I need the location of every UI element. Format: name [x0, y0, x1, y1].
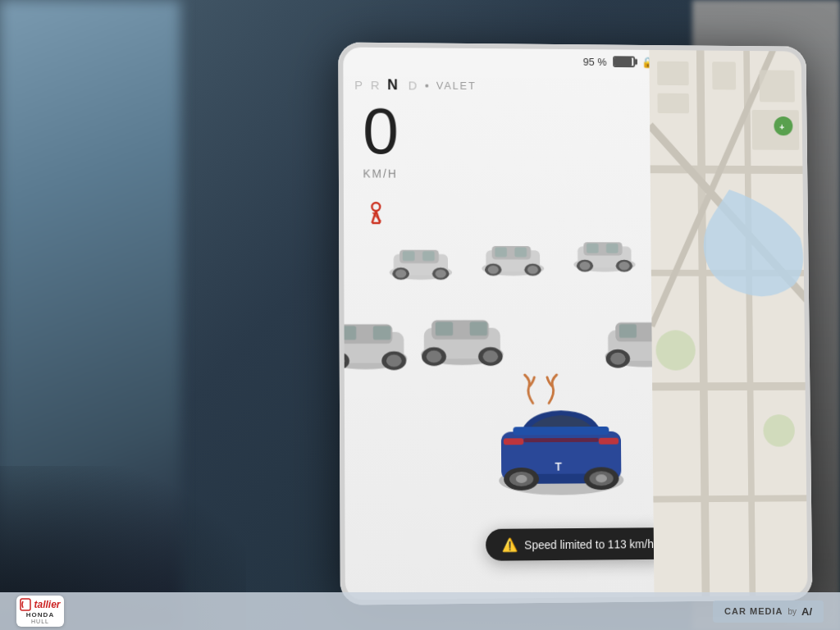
prnd-bar: P R N D VALET: [354, 76, 477, 94]
tesla-screen-wrapper: 95 % 🔒 ⏭ Valet 1:16 pm ☀ 3°C P R N D: [164, 18, 658, 592]
seatbelt-warning-icon: [365, 200, 388, 232]
speed-limit-warning-icon: ⚠️: [502, 537, 518, 553]
svg-rect-71: [619, 324, 637, 338]
svg-point-97: [516, 475, 527, 483]
svg-point-21: [488, 266, 499, 274]
svg-rect-17: [495, 247, 507, 257]
svg-rect-90: [599, 438, 619, 445]
battery-percentage: 95 %: [583, 55, 607, 67]
bottom-bar: tallier HONDA HULL CAR MEDIA by A/: [0, 592, 840, 630]
hull-label: HULL: [31, 619, 49, 624]
svg-rect-106: [653, 495, 811, 502]
svg-point-30: [579, 262, 590, 270]
tallier-brand-name: tallier: [34, 599, 60, 610]
tallier-logo-box: tallier HONDA HULL: [16, 596, 64, 627]
svg-rect-112: [760, 70, 795, 102]
svg-rect-63: [470, 322, 487, 336]
svg-rect-89: [504, 438, 523, 445]
svg-rect-8: [403, 251, 415, 261]
map-panel[interactable]: +: [649, 45, 812, 601]
gear-r[interactable]: R: [371, 78, 380, 92]
honda-label: HONDA: [26, 611, 54, 619]
battery-fill: [614, 57, 632, 66]
svg-point-67: [483, 350, 499, 363]
speed-display: 0 KM/H: [363, 99, 399, 180]
tallier-door-icon: [20, 598, 31, 611]
svg-rect-27: [606, 244, 619, 253]
svg-point-114: [655, 330, 696, 370]
speed-limit-notification: ⚠️ Speed limited to 113 km/h: [486, 527, 669, 561]
svg-point-75: [610, 353, 626, 365]
svg-rect-62: [436, 322, 454, 336]
svg-rect-109: [657, 62, 689, 86]
driving-panel: 95 % 🔒 ⏭ Valet 1:16 pm ☀ 3°C P R N D: [338, 43, 812, 605]
car-media-logo: A/: [801, 605, 812, 618]
svg-rect-18: [514, 247, 527, 257]
speed-limit-text: Speed limited to 113 km/h: [524, 537, 654, 551]
svg-point-58: [386, 354, 402, 367]
tallier-honda-logo: tallier HONDA HULL: [16, 596, 64, 627]
svg-point-12: [395, 269, 406, 277]
svg-rect-91: [523, 438, 599, 442]
svg-rect-103: [651, 165, 808, 174]
svg-rect-54: [373, 326, 391, 340]
svg-rect-111: [712, 62, 736, 89]
battery-icon: [613, 56, 635, 67]
svg-point-0: [372, 203, 380, 211]
svg-point-66: [427, 350, 442, 363]
car-media-branding: CAR MEDIA by A/: [713, 600, 824, 623]
svg-rect-110: [657, 94, 689, 114]
svg-rect-26: [587, 244, 599, 253]
svg-rect-53: [339, 326, 356, 340]
svg-text:+: +: [779, 122, 784, 132]
tesla-touchscreen[interactable]: 95 % 🔒 ⏭ Valet 1:16 pm ☀ 3°C P R N D: [338, 43, 812, 605]
gear-p[interactable]: P: [354, 78, 363, 92]
svg-rect-9: [422, 251, 435, 261]
speed-value: 0: [363, 99, 399, 164]
map-background: +: [649, 45, 812, 601]
gear-n-active[interactable]: N: [387, 76, 400, 94]
gear-d[interactable]: D: [409, 79, 418, 93]
svg-text:T: T: [555, 460, 562, 473]
prnd-separator: [425, 84, 428, 87]
svg-rect-105: [652, 382, 810, 390]
speed-unit: KM/H: [363, 167, 399, 180]
svg-point-13: [436, 269, 446, 277]
valet-mode-label: VALET: [436, 80, 477, 92]
car-media-by: by: [788, 607, 797, 616]
svg-point-98: [596, 474, 607, 482]
car-media-text: CAR MEDIA: [724, 606, 783, 616]
svg-point-22: [527, 266, 538, 274]
svg-rect-88: [513, 427, 609, 435]
svg-point-31: [619, 262, 629, 270]
